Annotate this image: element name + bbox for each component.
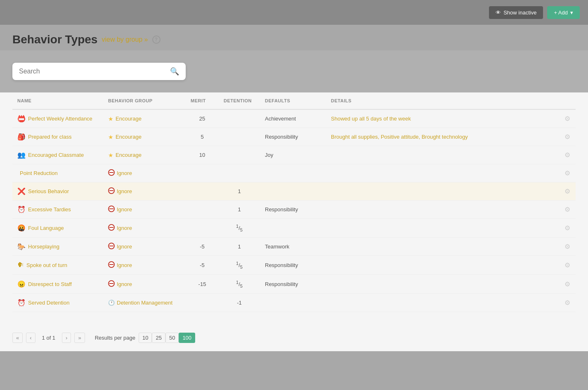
group-icon xyxy=(108,169,115,177)
group-icon xyxy=(108,280,115,288)
group-icon xyxy=(108,206,115,213)
behavior-name[interactable]: ⏰ Excessive Tardies xyxy=(17,206,98,213)
behavior-name[interactable]: 🐎 Horseplaying xyxy=(17,243,98,251)
behavior-group[interactable]: Ignore xyxy=(108,169,181,177)
gear-icon[interactable]: ⚙ xyxy=(564,225,570,232)
table-row: 🗣 Spoke out of turn Ignore -5 1/5 Respon… xyxy=(12,255,576,274)
cell-merit: -15 xyxy=(186,274,219,293)
behavior-group[interactable]: Ignore xyxy=(108,261,181,269)
gear-icon[interactable]: ⚙ xyxy=(564,115,570,122)
group-icon xyxy=(108,243,115,251)
last-page-button[interactable]: » xyxy=(74,333,85,343)
gear-icon[interactable]: ⚙ xyxy=(564,299,570,306)
per-page-option[interactable]: 25 xyxy=(152,333,165,343)
show-inactive-button[interactable]: 👁 Show inactive xyxy=(489,6,543,19)
cell-name: 🤬 Foul Language xyxy=(12,219,103,238)
cell-detention xyxy=(219,109,260,128)
behavior-name[interactable]: ❌ Serious Behavior xyxy=(17,187,98,195)
cell-detention: -1 xyxy=(219,293,260,312)
behavior-name[interactable]: 👥 Encouraged Classmate xyxy=(17,151,98,159)
table-row: ⏰ Served Detention 🕐 Detention Managemen… xyxy=(12,293,576,312)
cell-details xyxy=(326,274,559,293)
per-page-option[interactable]: 50 xyxy=(165,333,179,343)
cell-group: ★ Encourage xyxy=(103,109,186,128)
cell-action: ⚙ xyxy=(559,182,576,201)
behavior-group[interactable]: ★ Encourage xyxy=(108,152,181,158)
main-content: NAME BEHAVIOR GROUP MERIT DETENTION DEFA… xyxy=(0,92,588,324)
cell-details xyxy=(326,146,559,164)
column-header-name: NAME xyxy=(12,92,103,109)
view-by-group-link[interactable]: view by group » xyxy=(102,36,148,43)
cell-merit xyxy=(186,182,219,201)
table-row: ⏰ Excessive Tardies Ignore 1 Responsibil… xyxy=(12,201,576,219)
behavior-name[interactable]: 📛 Perfect Weekly Attendance xyxy=(17,115,98,123)
gear-icon[interactable]: ⚙ xyxy=(564,133,570,140)
pagination: « ‹ 1 of 1 › » Results per page 10255010… xyxy=(0,324,588,351)
cell-group: ★ Encourage xyxy=(103,146,186,164)
cell-name: 🗣 Spoke out of turn xyxy=(12,255,103,274)
gear-icon[interactable]: ⚙ xyxy=(564,243,570,250)
help-icon[interactable]: ? xyxy=(152,35,161,44)
cell-details xyxy=(326,201,559,219)
column-header-details: DETAILS xyxy=(326,92,559,109)
behavior-name[interactable]: 🎒 Prepared for class xyxy=(17,133,98,141)
column-header-group: BEHAVIOR GROUP xyxy=(103,92,186,109)
cell-group: Ignore xyxy=(103,201,186,219)
behavior-name[interactable]: Point Reduction xyxy=(17,170,98,176)
cell-group: Ignore xyxy=(103,164,186,182)
behavior-types-table: NAME BEHAVIOR GROUP MERIT DETENTION DEFA… xyxy=(12,92,576,312)
next-page-button[interactable]: › xyxy=(62,333,71,343)
behavior-name[interactable]: 🤬 Foul Language xyxy=(17,224,98,232)
cell-merit xyxy=(186,219,219,238)
cell-defaults: Teamwork xyxy=(260,237,326,255)
first-page-button[interactable]: « xyxy=(12,333,23,343)
behavior-group[interactable]: Ignore xyxy=(108,187,181,195)
behavior-group[interactable]: Ignore xyxy=(108,280,181,288)
behavior-group[interactable]: Ignore xyxy=(108,243,181,251)
table-row: Point Reduction Ignore ⚙ xyxy=(12,164,576,182)
cell-name: 👥 Encouraged Classmate xyxy=(12,146,103,164)
table-row: 🎒 Prepared for class ★ Encourage 5 Respo… xyxy=(12,128,576,146)
behavior-group[interactable]: Ignore xyxy=(108,224,181,232)
behavior-group[interactable]: ★ Encourage xyxy=(108,116,181,122)
cell-defaults: Achievement xyxy=(260,109,326,128)
cell-merit xyxy=(186,201,219,219)
prev-page-button[interactable]: ‹ xyxy=(26,333,35,343)
gear-icon[interactable]: ⚙ xyxy=(564,151,570,158)
top-bar: 👁 Show inactive + Add ▾ xyxy=(0,0,588,25)
behavior-group[interactable]: Ignore xyxy=(108,206,181,213)
search-input[interactable] xyxy=(19,68,170,75)
cell-merit: -5 xyxy=(186,237,219,255)
table-row: 👥 Encouraged Classmate ★ Encourage 10 Jo… xyxy=(12,146,576,164)
page-info: 1 of 1 xyxy=(42,335,56,341)
behavior-group[interactable]: 🕐 Detention Management xyxy=(108,300,181,306)
cell-group: Ignore xyxy=(103,182,186,201)
cell-defaults: Joy xyxy=(260,146,326,164)
gear-icon[interactable]: ⚙ xyxy=(564,262,570,269)
cell-merit: 25 xyxy=(186,109,219,128)
cell-group: Ignore xyxy=(103,255,186,274)
page-title: Behavior Types view by group » ? xyxy=(12,33,576,46)
cell-detention xyxy=(219,146,260,164)
per-page-option[interactable]: 10 xyxy=(139,333,152,343)
behavior-name[interactable]: 😠 Disrespect to Staff xyxy=(17,280,98,288)
behavior-group[interactable]: ★ Encourage xyxy=(108,134,181,140)
behavior-name[interactable]: ⏰ Served Detention xyxy=(17,299,98,307)
column-header-merit: MERIT xyxy=(186,92,219,109)
gear-icon[interactable]: ⚙ xyxy=(564,281,570,288)
table-row: 🐎 Horseplaying Ignore -5 1 Teamwork ⚙ xyxy=(12,237,576,255)
name-icon: 🤬 xyxy=(17,224,26,232)
behavior-name[interactable]: 🗣 Spoke out of turn xyxy=(17,261,98,269)
search-icon: 🔍 xyxy=(170,67,179,76)
per-page-option[interactable]: 100 xyxy=(179,333,195,343)
name-icon: 🐎 xyxy=(17,243,26,251)
gear-icon[interactable]: ⚙ xyxy=(564,188,570,195)
cell-detention xyxy=(219,128,260,146)
add-button[interactable]: + Add ▾ xyxy=(547,6,580,19)
cell-name: ⏰ Served Detention xyxy=(12,293,103,312)
cell-name: ⏰ Excessive Tardies xyxy=(12,201,103,219)
gear-icon[interactable]: ⚙ xyxy=(564,206,570,213)
gear-icon[interactable]: ⚙ xyxy=(564,170,570,177)
group-icon: ★ xyxy=(108,116,113,122)
cell-action: ⚙ xyxy=(559,164,576,182)
